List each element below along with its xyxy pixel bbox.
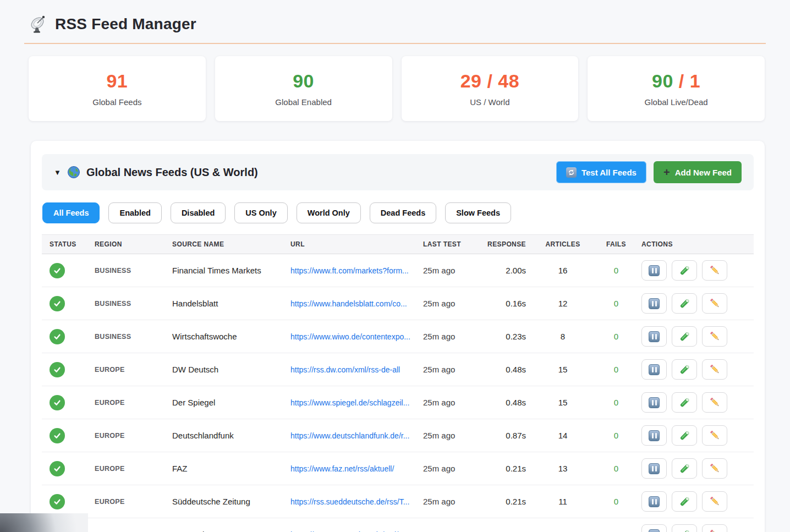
pencil-icon: [709, 463, 721, 474]
test-tube-icon: [679, 529, 690, 532]
test-tube-icon: [679, 298, 690, 309]
pause-feed-button[interactable]: [641, 326, 667, 347]
edit-feed-button[interactable]: [702, 326, 727, 347]
status-ok-badge: [50, 461, 65, 476]
stat-value: 91: [106, 70, 128, 92]
feed-fail-count: 0: [600, 266, 633, 275]
pause-feed-button[interactable]: [641, 425, 667, 446]
pause-icon: [649, 298, 660, 309]
status-ok-badge: [50, 428, 65, 443]
filter-disabled[interactable]: Disabled: [171, 202, 226, 223]
refresh-icon: [566, 167, 577, 178]
test-feed-button[interactable]: [672, 458, 697, 479]
feed-source-name: Der Spiegel: [164, 398, 283, 407]
feed-fail-count: 0: [600, 497, 633, 506]
column-header-articles: ARTICLES: [526, 240, 600, 248]
filter-all-feeds[interactable]: All Feeds: [42, 202, 100, 223]
edit-feed-button[interactable]: [702, 524, 727, 532]
feed-response-time: 0.52s: [487, 530, 526, 532]
filter-enabled[interactable]: Enabled: [108, 202, 161, 223]
pause-icon: [649, 265, 660, 276]
collapse-caret-icon[interactable]: ▼: [54, 168, 61, 177]
pause-feed-button[interactable]: [641, 491, 667, 512]
check-icon: [53, 464, 62, 473]
filter-us-only[interactable]: US Only: [234, 202, 287, 223]
test-tube-icon: [679, 397, 690, 408]
pause-feed-button[interactable]: [641, 359, 667, 380]
feed-url-link[interactable]: https://www.deutschlandfunk.de/r...: [283, 431, 415, 440]
test-tube-icon: [679, 364, 690, 375]
feed-url-link[interactable]: https://www.ft.com/markets?form...: [283, 266, 415, 275]
stat-card-global-live-dead: 90 / 1Global Live/Dead: [588, 56, 765, 121]
table-row: EUROPEFAZhttps://www.faz.net/rss/aktuell…: [42, 452, 754, 485]
feed-actions: [633, 260, 754, 281]
column-header-last-test: LAST TEST: [415, 240, 487, 248]
test-feed-button[interactable]: [672, 359, 697, 380]
feed-response-time: 0.23s: [487, 332, 526, 341]
feed-article-count: 16: [526, 266, 600, 275]
test-tube-icon: [679, 430, 690, 441]
test-feed-button[interactable]: [672, 326, 697, 347]
feed-response-time: 0.21s: [487, 464, 526, 473]
test-feed-button[interactable]: [672, 260, 697, 281]
filter-slow-feeds[interactable]: Slow Feeds: [445, 202, 511, 223]
feed-source-name: DW Deutsch: [164, 365, 283, 374]
check-icon: [53, 332, 62, 341]
feed-actions: [633, 392, 754, 413]
section-header: ▼ Global News Feeds (US & World): [42, 154, 754, 190]
pause-feed-button[interactable]: [641, 392, 667, 413]
feed-url-link[interactable]: https://rss.dw.com/xml/rss-de-all: [283, 365, 415, 374]
edit-feed-button[interactable]: [702, 392, 727, 413]
test-feed-button[interactable]: [672, 491, 697, 512]
check-icon: [53, 497, 62, 506]
feed-last-test: 25m ago: [415, 332, 487, 341]
add-new-feed-button[interactable]: + Add New Feed: [654, 161, 742, 183]
status-ok-badge: [50, 362, 65, 377]
test-feed-button[interactable]: [672, 293, 697, 314]
check-icon: [53, 365, 62, 374]
feed-source-name: Wirtschaftswoche: [164, 332, 283, 341]
feed-last-test: 25m ago: [415, 431, 487, 440]
test-feed-button[interactable]: [672, 524, 697, 532]
stat-label: Global Enabled: [275, 97, 332, 107]
edit-feed-button[interactable]: [702, 359, 727, 380]
edit-feed-button[interactable]: [702, 425, 727, 446]
test-feed-button[interactable]: [672, 425, 697, 446]
feed-actions: [633, 491, 754, 512]
pause-icon: [649, 529, 660, 532]
pause-feed-button[interactable]: [641, 293, 667, 314]
satellite-dish-icon: [29, 14, 48, 34]
feed-region: BUSINESS: [87, 267, 164, 275]
pause-feed-button[interactable]: [641, 524, 667, 532]
feed-response-time: 0.16s: [487, 299, 526, 308]
edit-feed-button[interactable]: [702, 458, 727, 479]
pencil-icon: [709, 430, 721, 441]
feed-article-count: 11: [526, 497, 600, 506]
column-header-fails: FAILS: [600, 240, 633, 248]
feed-url-link[interactable]: https://www.spiegel.de/schlagzeil...: [283, 398, 415, 407]
status-ok-badge: [50, 263, 65, 278]
pause-feed-button[interactable]: [641, 458, 667, 479]
feed-url-link[interactable]: https://www.wiwo.de/contentexpo...: [283, 332, 415, 341]
feed-actions: [633, 524, 754, 532]
pause-icon: [649, 397, 660, 408]
test-feed-button[interactable]: [672, 392, 697, 413]
test-tube-icon: [679, 463, 690, 474]
edit-feed-button[interactable]: [702, 491, 727, 512]
filter-dead-feeds[interactable]: Dead Feeds: [370, 202, 436, 223]
feed-url-link[interactable]: https://www.tagesschau.de/xml/rs...: [283, 530, 415, 532]
feed-source-name: Süddeutsche Zeitung: [164, 497, 283, 506]
feed-url-link[interactable]: https://www.faz.net/rss/aktuell/: [283, 464, 415, 473]
feed-region: EUROPE: [87, 498, 164, 506]
feed-url-link[interactable]: https://rss.sueddeutsche.de/rss/T...: [283, 497, 415, 506]
edit-feed-button[interactable]: [702, 260, 727, 281]
filter-world-only[interactable]: World Only: [297, 202, 361, 223]
feed-source-name: FAZ: [164, 464, 283, 473]
edit-feed-button[interactable]: [702, 293, 727, 314]
feed-last-test: 25m ago: [415, 497, 487, 506]
feed-url-link[interactable]: https://www.handelsblatt.com/co...: [283, 299, 415, 308]
status-ok-badge: [50, 494, 65, 509]
table-row: EUROPETagesschauhttps://www.tagesschau.d…: [42, 518, 754, 532]
test-all-feeds-button[interactable]: Test All Feeds: [556, 161, 646, 183]
pause-feed-button[interactable]: [641, 260, 667, 281]
